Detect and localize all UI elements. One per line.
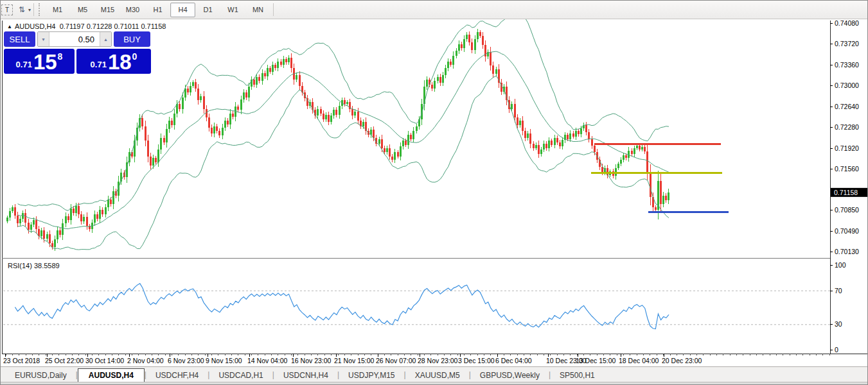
candle-247 <box>662 196 664 204</box>
time-axis-label: 14 Nov 04:00 <box>247 357 288 364</box>
candle-148 <box>400 146 402 156</box>
chart-title: ▲AUDUSD,H4 0.71197 0.71228 0.71011 0.711… <box>7 22 166 30</box>
candle-128 <box>346 102 348 105</box>
lot-increase-button[interactable]: ▲ <box>100 32 111 46</box>
price-axis-label: 0.73720 <box>835 40 859 47</box>
candle-101 <box>274 65 276 68</box>
buy-price-display[interactable]: 0.71 18 0 <box>76 49 151 74</box>
candle-19 <box>57 230 58 239</box>
chart-tab-sp500[interactable]: SP500,H1 <box>551 369 604 382</box>
toolbar-drag-handle[interactable] <box>39 3 42 16</box>
candle-206 <box>554 138 556 145</box>
candle-99 <box>269 68 271 71</box>
candle-163 <box>439 77 441 83</box>
candle-158 <box>426 80 428 87</box>
candle-87 <box>237 107 239 110</box>
chart-tab-eurusd[interactable]: EURUSD,Daily <box>6 369 76 382</box>
candle-207 <box>556 138 558 142</box>
trade-panel-top-row: SELL ▼ 0.50 ▲ BUY <box>4 31 151 47</box>
candle-88 <box>240 99 242 110</box>
timeframe-button-w1[interactable]: W1 <box>220 3 245 17</box>
timeframe-button-m5[interactable]: M5 <box>70 3 95 17</box>
timeframe-button-m30[interactable]: M30 <box>120 3 145 17</box>
candle-0 <box>6 218 8 221</box>
candle-165 <box>445 68 447 75</box>
rsi-axis-label: 0 <box>835 346 838 354</box>
candle-65 <box>179 104 181 108</box>
timeframe-button-group: M1M5M15M30H1H4D1W1MN <box>45 3 270 17</box>
buy-button[interactable]: BUY <box>114 31 150 47</box>
candle-220 <box>591 139 593 146</box>
arrow-objects-tool-icon[interactable]: ⇅ <box>15 4 28 15</box>
candle-10 <box>33 220 35 225</box>
candle-82 <box>224 121 226 128</box>
time-axis-label: 21 Nov 15:00 <box>334 357 375 364</box>
time-axis-label: 16 Nov 23:00 <box>291 357 332 364</box>
chart-tab-audusd[interactable]: AUDUSD,H4 <box>78 368 145 382</box>
rsi-axis-label: 70 <box>835 287 842 295</box>
candle-240 <box>644 147 646 151</box>
candle-74 <box>203 96 205 109</box>
candle-142 <box>384 148 385 152</box>
rsi-axis-label: 100 <box>835 261 846 269</box>
candle-121 <box>328 115 330 122</box>
timeframe-button-m1[interactable]: M1 <box>45 3 70 17</box>
price-axis-label: 0.72280 <box>835 123 859 131</box>
text-label-tool-icon[interactable]: T <box>1 4 13 15</box>
chart-tab-usdjpy[interactable]: USDJPY,M15 <box>339 369 403 382</box>
timeframe-button-m15[interactable]: M15 <box>95 3 120 17</box>
candle-81 <box>222 128 224 136</box>
time-axis-label: 28 Nov 23:00 <box>418 357 458 364</box>
chart-tab-usdcad[interactable]: USDCAD,H1 <box>209 369 272 382</box>
candle-191 <box>514 104 516 117</box>
candle-117 <box>317 109 319 116</box>
candle-166 <box>447 62 449 69</box>
candle-51 <box>141 118 143 126</box>
sell-price-pipette: 8 <box>58 51 63 62</box>
candle-160 <box>431 85 433 89</box>
sell-price-big-figure: 15 <box>33 53 57 72</box>
timeframe-button-mn[interactable]: MN <box>245 3 270 17</box>
candle-123 <box>333 110 335 116</box>
candle-4 <box>17 216 19 224</box>
candle-190 <box>511 104 513 108</box>
candle-15 <box>46 234 48 239</box>
time-axis-label: 23 Oct 2018 <box>3 357 40 364</box>
candle-198 <box>533 144 535 148</box>
candle-236 <box>633 148 635 154</box>
candle-205 <box>551 141 553 144</box>
buy-price-big-figure: 18 <box>108 53 132 72</box>
timeframe-button-h4[interactable]: H4 <box>170 3 195 17</box>
candle-200 <box>538 145 540 154</box>
chart-tab-xauusd[interactable]: XAUUSD,M5 <box>406 369 469 382</box>
timeframe-button-d1[interactable]: D1 <box>195 3 220 17</box>
bollinger-lower-band <box>18 76 669 250</box>
candle-143 <box>386 148 388 152</box>
candle-26 <box>75 206 77 213</box>
lot-size-value[interactable]: 0.50 <box>49 35 100 44</box>
chart-tab-gbpusd[interactable]: GBPUSD,Weekly <box>471 369 549 382</box>
chevron-down-icon[interactable]: ▾ <box>28 7 31 13</box>
sell-price-display[interactable]: 0.71 15 8 <box>4 49 75 74</box>
sell-button[interactable]: SELL <box>4 31 35 47</box>
candle-149 <box>402 141 404 146</box>
candle-62 <box>171 121 173 125</box>
time-axis-label: 9 Nov 15:00 <box>206 357 242 364</box>
time-axis-label: 6 Nov 23:00 <box>168 357 204 364</box>
candle-204 <box>548 141 550 148</box>
chart-symbol-label: AUDUSD,H4 <box>15 22 56 30</box>
candle-201 <box>540 150 542 154</box>
chart-tab-usdcnh[interactable]: USDCNH,H4 <box>274 369 337 382</box>
candle-73 <box>200 96 202 100</box>
candle-124 <box>335 110 337 114</box>
chart-tab-usdchf[interactable]: USDCHF,H4 <box>146 369 208 382</box>
candle-120 <box>325 115 327 119</box>
candle-125 <box>339 106 341 115</box>
collapse-triangle-icon[interactable]: ▲ <box>7 24 12 30</box>
candle-53 <box>147 141 149 156</box>
candle-174 <box>468 35 470 42</box>
lot-decrease-button[interactable]: ▼ <box>38 32 49 46</box>
candle-249 <box>668 193 669 200</box>
candle-147 <box>397 152 399 156</box>
timeframe-button-h1[interactable]: H1 <box>145 3 170 17</box>
